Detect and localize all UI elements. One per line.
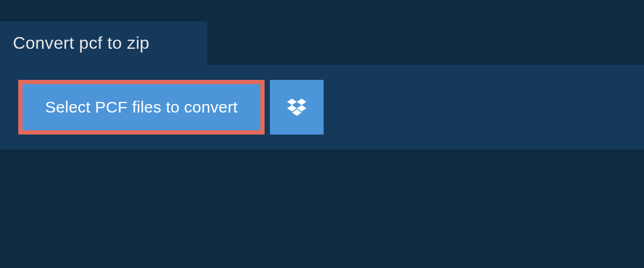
button-row: Select PCF files to convert: [18, 80, 626, 135]
content-panel: Select PCF files to convert: [0, 65, 644, 150]
page-title: Convert pcf to zip: [13, 33, 190, 53]
select-files-button[interactable]: Select PCF files to convert: [18, 80, 265, 135]
select-files-label: Select PCF files to convert: [45, 98, 238, 116]
tab-header: Convert pcf to zip: [0, 21, 207, 65]
dropbox-button[interactable]: [270, 80, 324, 135]
dropbox-icon: [287, 99, 306, 116]
